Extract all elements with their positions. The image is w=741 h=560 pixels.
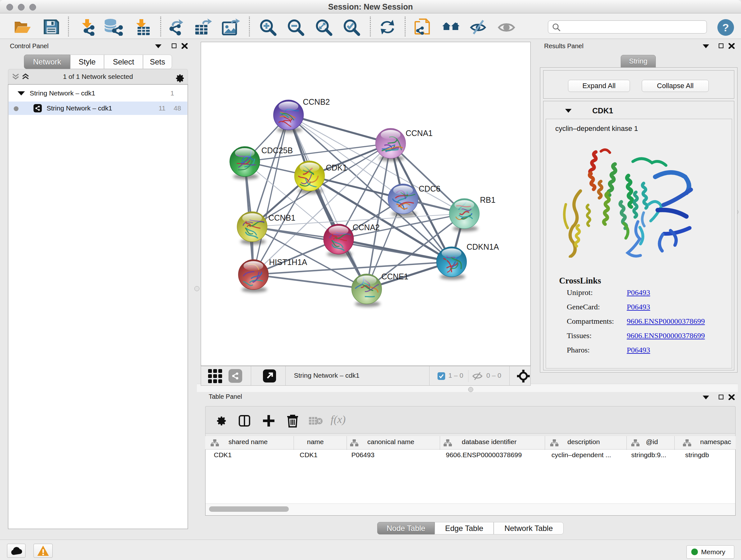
svg-text:CDK1: CDK1 xyxy=(326,163,347,172)
svg-text:CDC6: CDC6 xyxy=(419,184,441,193)
svg-text:CDKN1A: CDKN1A xyxy=(467,242,499,251)
svg-text:CCNB2: CCNB2 xyxy=(303,98,330,106)
svg-text:CDC25B: CDC25B xyxy=(261,146,293,155)
svg-text:RB1: RB1 xyxy=(480,195,495,204)
svg-text:CCNA1: CCNA1 xyxy=(406,129,433,138)
svg-text:CCNA2: CCNA2 xyxy=(353,223,380,232)
svg-text:HIST1H1A: HIST1H1A xyxy=(269,258,307,266)
svg-text:CCNE1: CCNE1 xyxy=(381,272,408,281)
svg-text:CCNB1: CCNB1 xyxy=(268,213,295,222)
